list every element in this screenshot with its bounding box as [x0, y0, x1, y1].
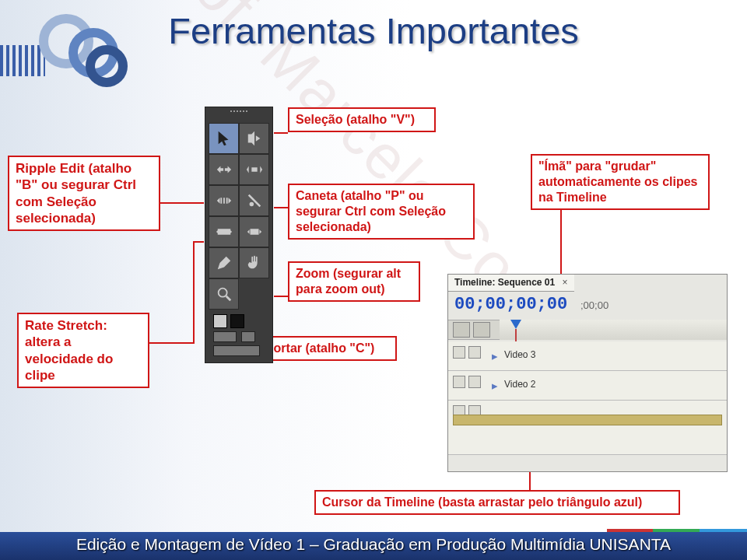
hand-icon — [246, 254, 263, 271]
track-toggle[interactable] — [468, 346, 481, 359]
rate-stretch-icon — [216, 192, 233, 209]
pointer-line — [193, 241, 204, 243]
swatch-fg[interactable] — [213, 314, 227, 328]
timecode[interactable]: 00;00;00;00 — [454, 296, 567, 313]
footer-text: Edição e Montagem de Vídeo 1 – Graduação… — [76, 535, 671, 554]
zoom-tool[interactable] — [209, 278, 239, 310]
stroke-chip[interactable] — [213, 331, 237, 342]
playhead-marker[interactable] — [510, 320, 521, 329]
svg-point-0 — [218, 289, 226, 297]
slip-tool[interactable] — [209, 216, 239, 247]
timeline-tab-label: Timeline: Sequence 01 — [454, 277, 555, 288]
expand-icon[interactable]: ▸ — [492, 379, 498, 393]
razor-icon — [246, 192, 263, 209]
pointer-line — [160, 202, 204, 204]
timeline-tab[interactable]: Timeline: Sequence 01 × — [448, 275, 574, 292]
timeline-ruler[interactable] — [500, 320, 727, 340]
pointer-line — [193, 241, 195, 344]
swatch-bg[interactable] — [230, 314, 244, 328]
callout-razor: Cortar (atalho "C") — [257, 336, 397, 361]
footer: Edição e Montagem de Vídeo 1 – Graduação… — [0, 529, 747, 560]
stroke-chip[interactable] — [241, 331, 255, 342]
callout-selection: Seleção (atalho "V") — [288, 107, 436, 132]
timeline-button[interactable] — [473, 322, 490, 338]
toolbox-panel — [205, 107, 273, 363]
timeline-track[interactable]: ▸ Video 3 — [448, 341, 727, 371]
pen-icon — [216, 254, 233, 271]
track-toggle[interactable] — [453, 346, 465, 359]
callout-zoom: Zoom (segurar alt para zoom out) — [288, 261, 420, 302]
callout-cursor: Cursor da Timeline (basta arrastar pelo … — [314, 490, 680, 515]
callout-rate: Rate Stretch: altera a velocidade do cli… — [17, 313, 149, 388]
ripple-icon — [216, 161, 233, 178]
slide: Prof. Marcelo Correia Ferramentas Import… — [0, 0, 747, 560]
close-icon[interactable]: × — [563, 277, 568, 288]
rolling-edit-tool[interactable] — [239, 154, 269, 185]
timeline-track[interactable] — [448, 401, 727, 455]
cursor-icon — [216, 130, 233, 147]
expand-icon[interactable]: ▸ — [492, 349, 498, 363]
stroke-row — [209, 330, 269, 344]
panel-grip[interactable] — [209, 110, 269, 120]
timecode-sub: ;00;00 — [580, 299, 608, 311]
callout-pen: Caneta (atalho "P" ou segurar Ctrl com S… — [288, 184, 475, 240]
razor-tool[interactable] — [239, 185, 269, 216]
track-label: Video 3 — [504, 349, 535, 360]
stroke-chip[interactable] — [213, 345, 260, 356]
pointer-line — [149, 342, 193, 344]
pointer-line — [274, 207, 288, 208]
selection-tool[interactable] — [209, 123, 239, 154]
pen-tool[interactable] — [209, 247, 239, 278]
slide-icon — [246, 223, 263, 240]
color-swatches[interactable] — [209, 310, 269, 330]
hand-tool[interactable] — [239, 247, 269, 278]
track-toggle[interactable] — [468, 376, 481, 388]
rate-stretch-tool[interactable] — [209, 185, 239, 216]
work-area-bar[interactable] — [453, 415, 722, 425]
pointer-line — [274, 132, 288, 134]
slide-title: Ferramentas Importantes — [0, 9, 747, 52]
magnifier-icon — [216, 285, 233, 303]
timeline-panel: Timeline: Sequence 01 × 00;00;00;00 ;00;… — [447, 274, 728, 472]
rolling-icon — [246, 161, 263, 178]
ripple-edit-tool[interactable] — [209, 154, 239, 185]
toolbox-empty — [239, 278, 269, 310]
track-label: Video 2 — [504, 379, 535, 390]
track-select-icon — [246, 130, 263, 147]
snap-toggle[interactable] — [453, 322, 470, 338]
callout-ripple: Ripple Edit (atalho "B" ou segurar Ctrl … — [8, 156, 160, 231]
slip-icon — [216, 223, 233, 240]
track-toggle[interactable] — [453, 376, 465, 388]
slide-tool[interactable] — [239, 216, 269, 247]
pointer-line — [274, 296, 288, 297]
track-select-tool[interactable] — [239, 123, 269, 154]
callout-snap: "Ímã" para "grudar" automaticamente os c… — [531, 154, 710, 210]
timeline-track[interactable]: ▸ Video 2 — [448, 371, 727, 401]
